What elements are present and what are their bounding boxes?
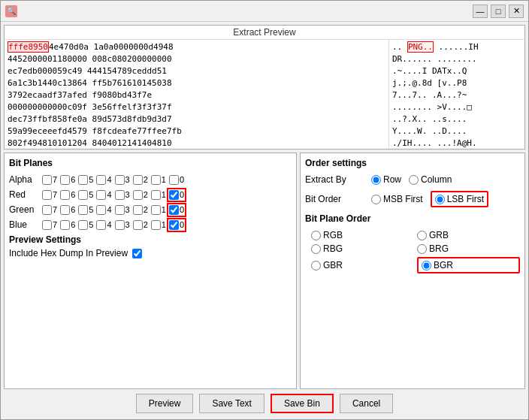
alpha-bit1: 1 [151,175,166,185]
ascii-row-6: ........ >V....□ [392,101,521,113]
bgr-highlight: BGR [417,257,520,273]
hex-addr-highlight: fffe8950 [8,41,49,53]
green-label: Green [9,204,39,215]
rgb-option[interactable]: RGB [311,230,405,240]
blue-bit2: 2 [133,220,148,230]
hex-row-9: 802f494810101204 8404012141404810 [8,137,385,149]
green-row: Green 7 6 5 4 3 2 1 0 [9,204,292,215]
alpha-bit0: 0 [169,175,184,185]
alpha-row: Alpha 7 6 5 4 3 2 1 0 [9,174,292,185]
middle-section: Bit Planes Alpha 7 6 5 4 3 2 1 0 Red 7 [4,153,525,389]
red-bit2: 2 [133,190,148,200]
ascii-row-1: .. PNG.. ......IH [392,41,521,53]
bit-order-label: Bit Order [305,194,365,204]
alpha-bit7: 7 [42,175,57,185]
maximize-button[interactable]: □ [491,5,506,18]
lsb-first-option[interactable]: LSB First [435,194,484,204]
extract-by-group: Row Column [371,174,452,185]
red-bit4: 4 [96,190,111,200]
order-settings-title: Order settings [305,158,520,168]
app-icon: 🔍 [5,5,17,17]
green-bit4: 4 [96,205,111,215]
bit-plane-order-section: Bit Plane Order RGB GRB RBG [305,213,520,273]
alpha-bit3: 3 [115,175,130,185]
red-row: Red 7 6 5 4 3 2 1 0 [9,189,292,200]
extract-by-section: Extract By Row Column [305,174,520,185]
title-bar: 🔍 — □ ✕ [1,1,528,22]
red-label: Red [9,189,39,200]
hex-row-8: 59a99eceeefd4579 f8fcdeafe77ffee7fb [8,125,385,137]
alpha-bit5: 5 [78,175,93,185]
include-hex-checkbox[interactable] [132,249,142,258]
ascii-row-7: ..?.X.. ..s.... [392,113,521,125]
msb-first-option[interactable]: MSB First [371,194,423,204]
save-bin-button[interactable]: Save Bin [271,394,334,413]
gbr-option[interactable]: GBR [311,257,405,273]
hex-row-2: 4452000001180000 008c080200000000 [8,53,385,65]
preview-area: Extract Preview fffe89504e470d0a 1a0a000… [4,25,525,150]
extract-by-column-option[interactable]: Column [409,174,452,185]
red-bit5: 5 [78,190,93,200]
blue-bit0: 0 [169,220,184,230]
bgr-option[interactable]: BGR [422,260,453,270]
blue-label: Blue [9,219,39,230]
bottom-bar: Preview Save Text Save Bin Cancel [4,389,525,416]
extract-by-label: Extract By [305,174,365,185]
blue-bit4: 4 [96,220,111,230]
save-text-button[interactable]: Save Text [199,394,264,413]
green-bit3: 3 [115,205,130,215]
blue-bit5: 5 [78,220,93,230]
include-hex-row: Include Hex Dump In Preview [9,248,292,258]
main-window: 🔍 — □ ✕ Extract Preview fffe89504e470d0a… [0,0,529,420]
rbg-option[interactable]: RBG [311,243,405,254]
green-bit7: 7 [42,205,57,215]
extract-by-row-option[interactable]: Row [371,174,401,185]
alpha-bit6: 6 [60,175,75,185]
ascii-row-3: .~....I DATx..Q [392,65,521,77]
include-hex-label: Include Hex Dump In Preview [9,248,128,258]
preview-settings: Preview Settings Include Hex Dump In Pre… [9,234,292,258]
red-bit0: 0 [169,190,184,200]
preview-label: Extract Preview [5,26,524,40]
title-bar-controls: — □ ✕ [473,5,524,18]
red-bit1: 1 [151,190,166,200]
red-bit7: 7 [42,190,57,200]
bit-plane-order-label: Bit Plane Order [305,213,520,224]
cancel-button[interactable]: Cancel [340,394,393,413]
hex-row-6: 000000000000c09f 3e56ffelf3f3f37f [8,101,385,113]
hex-row-4: 6a1c3b1440c13864 ff5b761610145038 [8,77,385,89]
preview-button[interactable]: Preview [136,394,194,413]
blue-bit6: 6 [60,220,75,230]
order-settings-panel: Order settings Extract By Row Colu [300,153,525,389]
bit-order-row: Bit Order MSB First LSB First [305,191,520,207]
blue-row: Blue 7 6 5 4 3 2 1 0 [9,219,292,230]
bit-plane-order-grid: RGB GRB RBG BRG [311,230,520,273]
close-button[interactable]: ✕ [509,5,524,18]
title-bar-left: 🔍 [5,5,17,17]
ascii-row-4: j.;.@.8d [v..P8 [392,77,521,89]
blue-bit7: 7 [42,220,57,230]
preview-settings-title: Preview Settings [9,234,292,245]
hex-right-pane: .. PNG.. ......IH DR...... ........ .~..… [389,40,524,149]
bit-planes-title: Bit Planes [9,158,292,168]
alpha-bit4: 4 [96,175,111,185]
ascii-row-2: DR...... ........ [392,53,521,65]
lsb-first-highlight: LSB First [431,191,488,207]
extract-by-row: Extract By Row Column [305,174,520,185]
green-bit1: 1 [151,205,166,215]
alpha-label: Alpha [9,174,39,185]
grb-option[interactable]: GRB [417,230,520,240]
ascii-row-5: 7...7.. .A...?~ [392,89,521,101]
hex-preview: fffe89504e470d0a 1a0a0000000d4948 445200… [5,40,524,149]
green-bit2: 2 [133,205,148,215]
brg-option[interactable]: BRG [417,243,520,254]
minimize-button[interactable]: — [473,5,488,18]
green-bit6: 6 [60,205,75,215]
hex-row-5: 3792ecaadf37afed f9080bd43f7e [8,89,385,101]
hex-row-7: dec73ffbf858fe0a 89d573d8fdb9d3d7 [8,113,385,125]
red-bit3: 3 [115,190,130,200]
bit-order-section: Bit Order MSB First LSB First [305,191,520,207]
hex-row-3: ec7edb000059c49 444154789ceddd51 [8,65,385,77]
green-bit5: 5 [78,205,93,215]
window-body: Extract Preview fffe89504e470d0a 1a0a000… [1,22,528,419]
